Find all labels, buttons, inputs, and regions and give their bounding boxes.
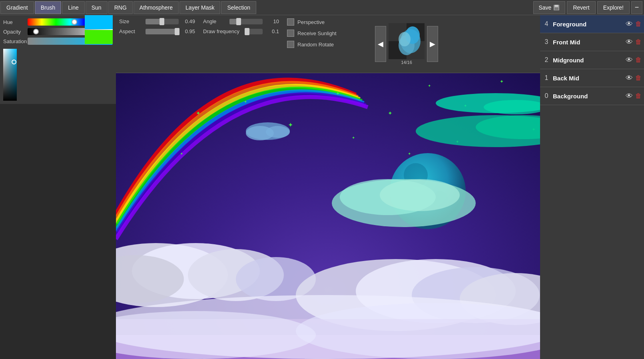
brush-thumbnail — [389, 23, 425, 59]
layer-name-midground: Midground — [553, 57, 623, 64]
atmosphere-btn[interactable]: Athmosphere — [134, 1, 179, 14]
left-panel: Hue Opacity Saturation Colors — [0, 15, 116, 104]
random-rotate-checkbox[interactable] — [287, 41, 294, 48]
layer-row-foreground[interactable]: 4 Foreground 👁 🗑 — [540, 15, 644, 33]
thumbnail-svg — [389, 23, 425, 59]
angle-slider[interactable] — [229, 19, 263, 24]
svg-text:✦: ✦ — [408, 152, 411, 156]
save-button[interactable]: Save — [533, 1, 565, 14]
gradient-btn[interactable]: Gradient — [0, 1, 34, 14]
angle-value: 10 — [265, 18, 279, 24]
minimize-button[interactable]: − — [631, 1, 642, 14]
eye-icon-front-mid[interactable]: 👁 — [626, 38, 633, 46]
prev-brush-btn[interactable]: ◀ — [375, 26, 386, 62]
svg-point-9 — [399, 32, 411, 46]
delete-icon-midground[interactable]: 🗑 — [635, 56, 642, 64]
svg-text:✦: ✦ — [428, 84, 431, 88]
line-btn[interactable]: Line — [62, 1, 84, 14]
receive-sunlight-label[interactable]: Receive Sunlight — [297, 30, 337, 36]
next-brush-btn[interactable]: ▶ — [427, 26, 438, 62]
thumbnail-nav: ◀ 14/16 ▶ — [375, 18, 438, 70]
rng-btn[interactable]: RNG — [108, 1, 133, 14]
layer-num-2: 2 — [542, 56, 550, 64]
svg-text:✦: ✦ — [352, 136, 355, 140]
eye-icon-midground[interactable]: 👁 — [626, 56, 633, 64]
eye-icon-background[interactable]: 👁 — [626, 92, 633, 100]
aspect-value: 0.95 — [181, 28, 195, 34]
svg-point-43 — [380, 179, 460, 211]
layer-row-background[interactable]: 0 Background 👁 🗑 — [540, 87, 644, 105]
brush-controls: Size 0.49 Aspect 0.95 — [119, 18, 195, 70]
angle-controls: Angle 10 Draw frequency 0.1 — [203, 18, 279, 70]
layer-row-midground[interactable]: 2 Midground 👁 🗑 — [540, 51, 644, 69]
draw-freq-label: Draw frequency — [203, 28, 243, 34]
layer-num-4: 4 — [542, 20, 550, 28]
layer-num-0: 0 — [542, 92, 550, 100]
layer-row-front-mid[interactable]: 3 Front Mid 👁 🗑 — [540, 33, 644, 51]
layer-num-1: 1 — [542, 74, 550, 82]
svg-rect-1 — [555, 5, 558, 7]
delete-icon-foreground[interactable]: 🗑 — [635, 20, 642, 28]
delete-icon-background[interactable]: 🗑 — [635, 92, 642, 100]
svg-text:✦: ✦ — [196, 110, 201, 116]
svg-text:✦: ✦ — [388, 110, 393, 116]
layer-name-background: Background — [553, 93, 623, 100]
explore-button[interactable]: Explore! — [597, 1, 630, 14]
layer-name-foreground: Foreground — [553, 21, 623, 28]
options: Perspective Receive Sunlight Random Rota… — [287, 18, 367, 70]
selection-btn[interactable]: Selection — [221, 1, 256, 14]
eye-icon-foreground[interactable]: 👁 — [626, 20, 633, 28]
draw-freq-slider[interactable] — [245, 29, 263, 34]
eye-icon-back-mid[interactable]: 👁 — [626, 74, 633, 82]
revert-button[interactable]: Revert — [567, 1, 595, 14]
perspective-label[interactable]: Perspective — [297, 19, 325, 25]
aspect-label: Aspect — [119, 28, 143, 34]
secondary-color-swatch[interactable] — [85, 30, 113, 44]
svg-text:✦: ✦ — [244, 100, 247, 104]
delete-icon-front-mid[interactable]: 🗑 — [635, 38, 642, 46]
size-value: 0.49 — [181, 18, 195, 24]
delete-icon-back-mid[interactable]: 🗑 — [635, 74, 642, 82]
svg-text:✦: ✦ — [180, 152, 183, 156]
brush-count: 14/16 — [389, 60, 425, 65]
layer-name-front-mid: Front Mid — [553, 39, 623, 46]
layers-panel: 4 Foreground 👁 🗑 3 Front Mid 👁 🗑 2 Midgr… — [540, 15, 644, 359]
svg-text:✦: ✦ — [500, 79, 504, 84]
layer-name-back-mid: Back Mid — [553, 75, 623, 82]
toolbar: Gradient Brush Line Sun RNG Athmosphere … — [0, 0, 644, 15]
size-label: Size — [119, 18, 143, 24]
save-label: Save — [538, 4, 551, 11]
svg-text:✦: ✦ — [336, 91, 340, 96]
color-picker[interactable] — [3, 49, 17, 101]
hue-label: Hue — [3, 19, 25, 25]
saturation-label: Saturation — [3, 38, 25, 44]
layer-row-back-mid[interactable]: 1 Back Mid 👁 🗑 — [540, 69, 644, 87]
random-rotate-label[interactable]: Random Rotate — [297, 42, 334, 48]
layer-num-3: 3 — [542, 38, 550, 46]
perspective-checkbox[interactable] — [287, 18, 294, 26]
aspect-slider[interactable] — [146, 29, 179, 34]
layer-mask-btn[interactable]: Layer Mask — [179, 1, 220, 14]
size-slider[interactable] — [146, 19, 179, 24]
brush-btn[interactable]: Brush — [35, 1, 62, 14]
draw-freq-value: 0.1 — [265, 28, 279, 34]
svg-rect-2 — [554, 8, 558, 10]
opacity-label: Opacity — [3, 29, 25, 35]
receive-sunlight-checkbox[interactable] — [287, 30, 294, 37]
mid-panel: Size 0.49 Aspect 0.95 Angle 10 — [116, 15, 540, 73]
svg-text:✦: ✦ — [288, 122, 293, 128]
svg-point-35 — [266, 126, 290, 138]
angle-label: Angle — [203, 18, 227, 24]
sun-btn[interactable]: Sun — [86, 1, 108, 14]
save-icon — [553, 4, 560, 11]
